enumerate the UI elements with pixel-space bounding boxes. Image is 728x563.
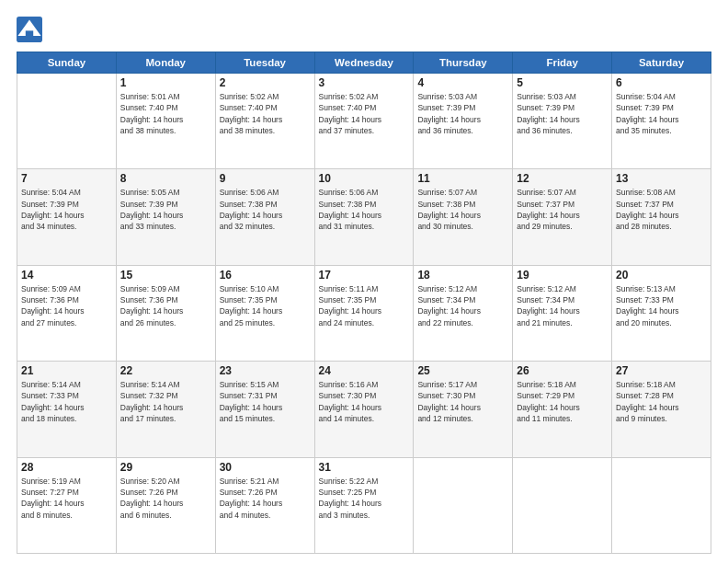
day-number: 23 xyxy=(220,364,311,377)
calendar-cell xyxy=(17,74,117,169)
day-number: 12 xyxy=(517,172,608,185)
day-number: 21 xyxy=(21,364,112,377)
cell-info: Sunrise: 5:01 AM Sunset: 7:40 PM Dayligh… xyxy=(120,91,211,136)
calendar-cell: 6Sunrise: 5:04 AM Sunset: 7:39 PM Daylig… xyxy=(612,74,711,169)
cell-info: Sunrise: 5:03 AM Sunset: 7:39 PM Dayligh… xyxy=(517,91,608,136)
calendar-cell: 17Sunrise: 5:11 AM Sunset: 7:35 PM Dayli… xyxy=(314,265,414,361)
cell-info: Sunrise: 5:19 AM Sunset: 7:27 PM Dayligh… xyxy=(21,476,112,521)
day-number: 14 xyxy=(21,269,112,282)
weekday-header-monday: Monday xyxy=(116,52,215,74)
calendar-cell: 1Sunrise: 5:01 AM Sunset: 7:40 PM Daylig… xyxy=(116,74,215,169)
weekday-header-tuesday: Tuesday xyxy=(215,52,314,74)
cell-info: Sunrise: 5:07 AM Sunset: 7:37 PM Dayligh… xyxy=(517,187,608,232)
calendar-cell: 15Sunrise: 5:09 AM Sunset: 7:36 PM Dayli… xyxy=(116,265,215,361)
calendar-cell: 14Sunrise: 5:09 AM Sunset: 7:36 PM Dayli… xyxy=(17,265,117,361)
cell-info: Sunrise: 5:16 AM Sunset: 7:30 PM Dayligh… xyxy=(319,379,410,424)
day-number: 29 xyxy=(120,461,211,474)
cell-info: Sunrise: 5:18 AM Sunset: 7:29 PM Dayligh… xyxy=(517,379,608,424)
weekday-header-sunday: Sunday xyxy=(17,52,117,74)
week-row-4: 21Sunrise: 5:14 AM Sunset: 7:33 PM Dayli… xyxy=(17,362,711,457)
day-number: 5 xyxy=(517,76,608,89)
cell-info: Sunrise: 5:14 AM Sunset: 7:32 PM Dayligh… xyxy=(120,379,211,424)
calendar-cell xyxy=(612,457,711,553)
day-number: 1 xyxy=(120,76,211,89)
day-number: 25 xyxy=(417,364,508,377)
day-number: 7 xyxy=(21,172,112,185)
day-number: 20 xyxy=(616,269,707,282)
calendar-cell xyxy=(414,457,513,553)
day-number: 4 xyxy=(417,76,508,89)
cell-info: Sunrise: 5:22 AM Sunset: 7:25 PM Dayligh… xyxy=(319,476,410,521)
calendar-cell: 18Sunrise: 5:12 AM Sunset: 7:34 PM Dayli… xyxy=(414,265,513,361)
calendar-cell: 12Sunrise: 5:07 AM Sunset: 7:37 PM Dayli… xyxy=(513,169,612,265)
calendar-cell: 31Sunrise: 5:22 AM Sunset: 7:25 PM Dayli… xyxy=(314,457,414,553)
cell-info: Sunrise: 5:06 AM Sunset: 7:38 PM Dayligh… xyxy=(220,187,311,232)
calendar-cell: 10Sunrise: 5:06 AM Sunset: 7:38 PM Dayli… xyxy=(314,169,414,265)
day-number: 8 xyxy=(120,172,211,185)
day-number: 19 xyxy=(517,269,608,282)
week-row-5: 28Sunrise: 5:19 AM Sunset: 7:27 PM Dayli… xyxy=(17,457,711,553)
calendar-cell: 30Sunrise: 5:21 AM Sunset: 7:26 PM Dayli… xyxy=(215,457,314,553)
day-number: 30 xyxy=(220,461,311,474)
calendar-cell: 7Sunrise: 5:04 AM Sunset: 7:39 PM Daylig… xyxy=(17,169,117,265)
weekday-header-thursday: Thursday xyxy=(414,52,513,74)
calendar-cell: 13Sunrise: 5:08 AM Sunset: 7:37 PM Dayli… xyxy=(612,169,711,265)
cell-info: Sunrise: 5:11 AM Sunset: 7:35 PM Dayligh… xyxy=(319,283,410,328)
calendar-cell: 22Sunrise: 5:14 AM Sunset: 7:32 PM Dayli… xyxy=(116,362,215,457)
cell-info: Sunrise: 5:13 AM Sunset: 7:33 PM Dayligh… xyxy=(616,283,707,328)
day-number: 18 xyxy=(417,269,508,282)
day-number: 24 xyxy=(319,364,410,377)
cell-info: Sunrise: 5:04 AM Sunset: 7:39 PM Dayligh… xyxy=(21,187,112,232)
cell-info: Sunrise: 5:15 AM Sunset: 7:31 PM Dayligh… xyxy=(220,379,311,424)
day-number: 27 xyxy=(616,364,707,377)
day-number: 3 xyxy=(319,76,410,89)
day-number: 16 xyxy=(220,269,311,282)
calendar-cell: 20Sunrise: 5:13 AM Sunset: 7:33 PM Dayli… xyxy=(612,265,711,361)
week-row-3: 14Sunrise: 5:09 AM Sunset: 7:36 PM Dayli… xyxy=(17,265,711,361)
calendar-cell: 27Sunrise: 5:18 AM Sunset: 7:28 PM Dayli… xyxy=(612,362,711,457)
day-number: 6 xyxy=(616,76,707,89)
day-number: 13 xyxy=(616,172,707,185)
day-number: 10 xyxy=(319,172,410,185)
calendar-cell: 11Sunrise: 5:07 AM Sunset: 7:38 PM Dayli… xyxy=(414,169,513,265)
day-number: 9 xyxy=(220,172,311,185)
cell-info: Sunrise: 5:02 AM Sunset: 7:40 PM Dayligh… xyxy=(220,91,311,136)
calendar-cell: 5Sunrise: 5:03 AM Sunset: 7:39 PM Daylig… xyxy=(513,74,612,169)
cell-info: Sunrise: 5:03 AM Sunset: 7:39 PM Dayligh… xyxy=(417,91,508,136)
calendar-cell: 21Sunrise: 5:14 AM Sunset: 7:33 PM Dayli… xyxy=(17,362,117,457)
cell-info: Sunrise: 5:04 AM Sunset: 7:39 PM Dayligh… xyxy=(616,91,707,136)
day-number: 2 xyxy=(220,76,311,89)
calendar-cell: 24Sunrise: 5:16 AM Sunset: 7:30 PM Dayli… xyxy=(314,362,414,457)
cell-info: Sunrise: 5:06 AM Sunset: 7:38 PM Dayligh… xyxy=(319,187,410,232)
week-row-2: 7Sunrise: 5:04 AM Sunset: 7:39 PM Daylig… xyxy=(17,169,711,265)
cell-info: Sunrise: 5:20 AM Sunset: 7:26 PM Dayligh… xyxy=(120,476,211,521)
header xyxy=(17,17,711,42)
cell-info: Sunrise: 5:09 AM Sunset: 7:36 PM Dayligh… xyxy=(21,283,112,328)
calendar-cell: 25Sunrise: 5:17 AM Sunset: 7:30 PM Dayli… xyxy=(414,362,513,457)
cell-info: Sunrise: 5:02 AM Sunset: 7:40 PM Dayligh… xyxy=(319,91,410,136)
logo-icon xyxy=(17,17,42,42)
page: SundayMondayTuesdayWednesdayThursdayFrid… xyxy=(0,0,728,563)
day-number: 17 xyxy=(319,269,410,282)
cell-info: Sunrise: 5:12 AM Sunset: 7:34 PM Dayligh… xyxy=(517,283,608,328)
day-number: 15 xyxy=(120,269,211,282)
cell-info: Sunrise: 5:09 AM Sunset: 7:36 PM Dayligh… xyxy=(120,283,211,328)
day-number: 26 xyxy=(517,364,608,377)
weekday-header-wednesday: Wednesday xyxy=(314,52,414,74)
calendar-cell: 8Sunrise: 5:05 AM Sunset: 7:39 PM Daylig… xyxy=(116,169,215,265)
svg-rect-2 xyxy=(26,30,33,36)
cell-info: Sunrise: 5:17 AM Sunset: 7:30 PM Dayligh… xyxy=(417,379,508,424)
calendar-cell xyxy=(513,457,612,553)
calendar-table: SundayMondayTuesdayWednesdayThursdayFrid… xyxy=(17,52,711,554)
calendar-cell: 4Sunrise: 5:03 AM Sunset: 7:39 PM Daylig… xyxy=(414,74,513,169)
calendar-cell: 3Sunrise: 5:02 AM Sunset: 7:40 PM Daylig… xyxy=(314,74,414,169)
calendar-cell: 23Sunrise: 5:15 AM Sunset: 7:31 PM Dayli… xyxy=(215,362,314,457)
calendar-cell: 9Sunrise: 5:06 AM Sunset: 7:38 PM Daylig… xyxy=(215,169,314,265)
weekday-header-row: SundayMondayTuesdayWednesdayThursdayFrid… xyxy=(17,52,711,74)
cell-info: Sunrise: 5:07 AM Sunset: 7:38 PM Dayligh… xyxy=(417,187,508,232)
calendar-cell: 19Sunrise: 5:12 AM Sunset: 7:34 PM Dayli… xyxy=(513,265,612,361)
calendar-cell: 16Sunrise: 5:10 AM Sunset: 7:35 PM Dayli… xyxy=(215,265,314,361)
cell-info: Sunrise: 5:12 AM Sunset: 7:34 PM Dayligh… xyxy=(417,283,508,328)
cell-info: Sunrise: 5:14 AM Sunset: 7:33 PM Dayligh… xyxy=(21,379,112,424)
calendar-cell: 29Sunrise: 5:20 AM Sunset: 7:26 PM Dayli… xyxy=(116,457,215,553)
